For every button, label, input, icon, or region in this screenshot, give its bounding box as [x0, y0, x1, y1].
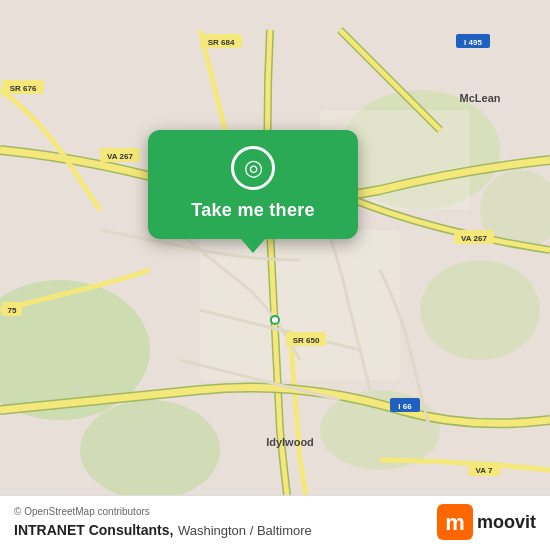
location-text: Washington / Baltimore — [178, 523, 312, 538]
bottom-info: © OpenStreetMap contributors INTRANET Co… — [14, 506, 312, 539]
svg-text:75: 75 — [8, 306, 17, 315]
pin-icon: ◎ — [244, 157, 263, 179]
svg-text:VA 7: VA 7 — [476, 466, 493, 475]
svg-text:I 66: I 66 — [398, 402, 412, 411]
svg-point-4 — [80, 400, 220, 500]
company-name: INTRANET Consultants, — [14, 522, 173, 538]
svg-text:Idylwood: Idylwood — [266, 436, 314, 448]
moovit-icon: m — [437, 504, 473, 540]
svg-text:m: m — [445, 510, 465, 535]
svg-point-3 — [420, 260, 540, 360]
svg-text:McLean: McLean — [460, 92, 501, 104]
location-pin: ◎ — [231, 146, 275, 190]
svg-point-32 — [272, 317, 278, 323]
moovit-logo: m moovit — [437, 504, 536, 540]
svg-text:VA 267: VA 267 — [461, 234, 487, 243]
map-svg: SR 676 SR 684 I 495 VA 267 VA 267 VA 267… — [0, 0, 550, 550]
svg-text:SR 684: SR 684 — [208, 38, 235, 47]
osm-attribution: © OpenStreetMap contributors — [14, 506, 312, 517]
moovit-text: moovit — [477, 512, 536, 533]
svg-text:SR 676: SR 676 — [10, 84, 37, 93]
svg-text:VA 267: VA 267 — [107, 152, 133, 161]
svg-text:SR 650: SR 650 — [293, 336, 320, 345]
popup-card: ◎ Take me there — [148, 130, 358, 239]
svg-text:I 495: I 495 — [464, 38, 482, 47]
map-container: SR 676 SR 684 I 495 VA 267 VA 267 VA 267… — [0, 0, 550, 550]
company-info: INTRANET Consultants, Washington / Balti… — [14, 521, 312, 539]
take-me-there-button[interactable]: Take me there — [191, 200, 315, 221]
bottom-bar: © OpenStreetMap contributors INTRANET Co… — [0, 495, 550, 550]
